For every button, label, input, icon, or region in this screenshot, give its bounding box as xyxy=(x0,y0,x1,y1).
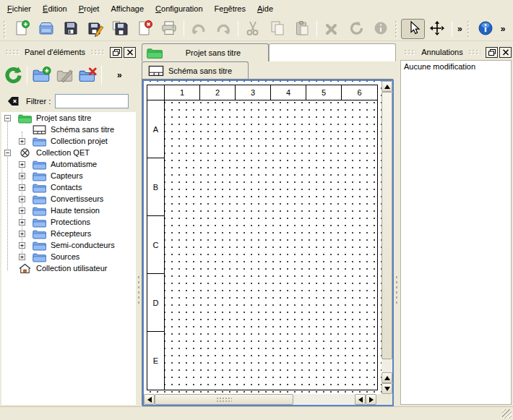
tree-item-projet-sans-titre[interactable]: −Projet sans titre xyxy=(1,112,136,124)
grid-area[interactable] xyxy=(165,100,377,390)
tree-expander-plus[interactable]: + xyxy=(19,231,25,237)
tab-empty[interactable] xyxy=(269,43,396,61)
toolbar-drag-handle[interactable] xyxy=(467,20,472,38)
tree-rows: −Projet sans titreSchéma sans titre+Coll… xyxy=(1,112,136,274)
tree-expander-plus[interactable]: + xyxy=(19,254,25,260)
scroll-down-button[interactable] xyxy=(381,383,392,394)
hscroll-thumb[interactable] xyxy=(155,394,293,405)
tree-item-capteurs[interactable]: +Capteurs xyxy=(1,170,136,181)
conductor-info-button[interactable] xyxy=(368,19,393,39)
tree-item-sources[interactable]: +Sources xyxy=(1,251,136,262)
close-panel-button[interactable] xyxy=(124,47,136,58)
scroll-right-button[interactable] xyxy=(366,394,376,405)
tree-item-protections[interactable]: +Protections xyxy=(1,216,136,228)
scroll-up-button-2[interactable] xyxy=(381,372,392,383)
scroll-left-button-2[interactable] xyxy=(355,394,366,405)
close-panel-button[interactable] xyxy=(499,47,512,58)
float-panel-button[interactable] xyxy=(486,47,498,58)
elements-panel-titlebar[interactable]: Panel d'éléments xyxy=(1,45,136,59)
tree-expander-plus[interactable]: + xyxy=(19,196,25,202)
resize-grip[interactable] xyxy=(502,409,512,419)
pan-mode-button[interactable] xyxy=(425,19,449,39)
reload-collections-button[interactable] xyxy=(1,64,25,87)
vscroll-track[interactable] xyxy=(381,359,392,372)
save-as-button[interactable] xyxy=(83,19,108,39)
open-project-button[interactable] xyxy=(34,19,59,39)
rotate-button[interactable] xyxy=(344,19,368,39)
close-file-icon xyxy=(136,20,153,38)
tree-expander-minus[interactable]: − xyxy=(4,115,11,121)
panel-toolbar-overflow-button[interactable]: » xyxy=(114,70,125,80)
tree-expander-plus[interactable]: + xyxy=(19,184,25,191)
undo-history-list[interactable]: Aucune modification xyxy=(400,60,512,405)
new-project-button[interactable] xyxy=(9,19,34,39)
scroll-left-button[interactable] xyxy=(144,394,155,405)
paste-button[interactable] xyxy=(290,19,314,39)
edit-category-button[interactable] xyxy=(53,64,76,87)
print-button[interactable] xyxy=(157,19,181,39)
float-panel-button[interactable] xyxy=(110,47,122,58)
toolbar-drag-handle[interactable] xyxy=(395,20,400,38)
menu-item-fenetres[interactable]: Fenêtres xyxy=(209,2,251,15)
undo-list-item[interactable]: Aucune modification xyxy=(401,61,511,72)
toolbar-drag-handle[interactable] xyxy=(3,20,8,38)
save-button[interactable] xyxy=(59,19,83,39)
tree-item-recepteurs[interactable]: +Récepteurs xyxy=(1,228,136,239)
diagram-view[interactable]: 123456 ABCDE xyxy=(142,80,394,406)
save-all-button[interactable] xyxy=(108,19,132,39)
toolbar-overflow-button[interactable]: » xyxy=(498,24,509,34)
toolbar-overflow-button[interactable]: » xyxy=(454,24,465,34)
tree-item-convertisseurs[interactable]: +Convertisseurs xyxy=(1,193,136,205)
undo-panel-titlebar[interactable]: Annulations xyxy=(400,45,512,59)
menu-item-aide[interactable]: Aide xyxy=(251,2,279,15)
delete-x-icon xyxy=(323,20,340,38)
tree-item-semi-conducteurs[interactable]: +Semi-conducteurs xyxy=(1,239,136,251)
tree-expander-plus[interactable]: + xyxy=(19,138,25,145)
tree-expander-plus[interactable]: + xyxy=(19,173,25,179)
tree-expander-plus[interactable]: + xyxy=(19,207,25,214)
vertical-scrollbar[interactable] xyxy=(381,81,392,394)
arrow-up-icon xyxy=(384,376,390,380)
cut-button[interactable] xyxy=(241,19,265,39)
copy-button[interactable] xyxy=(265,19,290,39)
tree-item-collection-projet[interactable]: +Collection projet xyxy=(1,135,136,147)
column-header-5: 5 xyxy=(306,85,342,100)
selection-mode-button[interactable] xyxy=(401,19,425,39)
menu-item-projet[interactable]: Projet xyxy=(73,2,105,15)
tab-project[interactable]: Projet sans titre xyxy=(142,43,269,61)
vscroll-thumb[interactable] xyxy=(381,92,392,359)
about-info-button[interactable] xyxy=(473,19,498,39)
new-category-button[interactable] xyxy=(30,64,53,87)
tree-item-contacts[interactable]: +Contacts xyxy=(1,181,136,193)
filter-input[interactable] xyxy=(55,94,129,108)
menu-item-edition[interactable]: Édition xyxy=(37,2,73,15)
tree-item-automatisme[interactable]: +Automatisme xyxy=(1,158,136,170)
delete-button[interactable] xyxy=(319,19,344,39)
scroll-up-button[interactable] xyxy=(381,81,392,92)
tree-expander-plus[interactable]: + xyxy=(19,161,25,168)
tree-item-collection-utilisateur[interactable]: Collection utilisateur xyxy=(1,262,136,274)
menu-item-affichage[interactable]: Affichage xyxy=(105,2,150,15)
tab-schema[interactable]: Schéma sans titre xyxy=(142,61,249,80)
elements-panel-toolbar: » xyxy=(1,61,136,90)
horizontal-scrollbar[interactable] xyxy=(144,394,381,405)
tree-expander-minus[interactable]: − xyxy=(4,150,11,156)
menu-item-configuration[interactable]: Configuration xyxy=(150,2,208,15)
right-splitter[interactable] xyxy=(394,45,400,405)
diagram-canvas[interactable]: 123456 ABCDE xyxy=(144,81,381,394)
clear-filter-button[interactable] xyxy=(4,93,22,109)
tree-expander-plus[interactable]: + xyxy=(19,242,25,249)
toolbar-separator xyxy=(452,21,452,37)
tree-item-collection-qet[interactable]: −Collection QET xyxy=(1,147,136,158)
delete-category-button[interactable] xyxy=(76,64,99,87)
left-splitter[interactable] xyxy=(136,45,142,405)
close-file-button[interactable] xyxy=(132,19,157,39)
tree-item-haute-tension[interactable]: +Haute tension xyxy=(1,205,136,216)
tree-expander-plus[interactable]: + xyxy=(19,219,25,226)
tree-item-schema-sans-titre[interactable]: Schéma sans titre xyxy=(1,124,136,135)
undo-button[interactable] xyxy=(186,19,211,39)
hscroll-track[interactable] xyxy=(293,394,355,405)
redo-button[interactable] xyxy=(211,19,236,39)
menu-item-fichier[interactable]: Fichier xyxy=(1,2,37,15)
thumb-grip-dots xyxy=(216,397,232,403)
